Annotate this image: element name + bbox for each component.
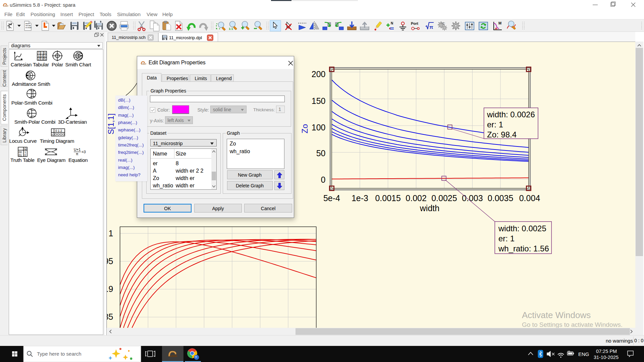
svg-text:M: M: [498, 21, 501, 25]
svg-text:=3: =3: [82, 150, 86, 154]
svg-text:1:1: 1:1: [229, 27, 233, 31]
svg-text:er: 1: er: 1: [487, 120, 503, 129]
svg-text:0.9: 0.9: [107, 284, 113, 294]
svg-text:SO-ON AND: SO-ON AND: [25, 27, 32, 28]
svg-text:01: 01: [19, 154, 22, 157]
svg-text:N: N: [391, 21, 393, 25]
svg-text:er: 1: er: 1: [498, 234, 515, 243]
svg-text:0.85: 0.85: [107, 312, 113, 321]
svg-text:31-10-2025: 31-10-2025: [594, 355, 619, 360]
svg-text:U+1: U+1: [74, 147, 81, 152]
svg-text:1: 1: [109, 229, 113, 238]
svg-text:Activate Windows: Activate Windows: [522, 310, 591, 320]
svg-text:Type here to search: Type here to search: [37, 351, 82, 357]
svg-text:ENGLIS: ENGLIS: [25, 23, 30, 24]
svg-text:0.0025: 0.0025: [431, 193, 457, 203]
svg-text:uSim: uSim: [3, 5, 8, 7]
svg-text:3: 3: [41, 57, 43, 61]
svg-text:i: i: [42, 51, 42, 54]
svg-text:5e-4: 5e-4: [323, 193, 340, 203]
svg-text:S[1,1]: S[1,1]: [107, 113, 115, 134]
svg-text:150: 150: [312, 96, 326, 106]
svg-text:0: 0: [24, 154, 26, 157]
svg-text:0.002: 0.002: [406, 193, 427, 203]
svg-text:0.0035: 0.0035: [488, 193, 513, 203]
svg-text:TEXT AND: TEXT AND: [25, 25, 31, 26]
svg-text:uSim: uSim: [141, 63, 146, 65]
svg-text:50: 50: [316, 148, 326, 158]
svg-text:uSim: uSim: [170, 354, 177, 358]
svg-text:0.95: 0.95: [107, 256, 113, 266]
svg-text:Zo: 98.4: Zo: 98.4: [487, 130, 517, 139]
svg-text:width: width: [420, 203, 439, 213]
svg-text:07:25 PM: 07:25 PM: [596, 349, 617, 354]
svg-text:wh_ratio: 1.56: wh_ratio: 1.56: [498, 244, 549, 253]
svg-text:c: c: [52, 133, 54, 136]
svg-text:0.003: 0.003: [462, 193, 483, 203]
svg-text:0 1 2: 0 1 2: [55, 129, 62, 132]
svg-text:width: 0.0025: width: 0.0025: [498, 224, 546, 233]
svg-text:π: π: [429, 24, 433, 30]
svg-text:Q: Q: [24, 147, 27, 150]
svg-text:DC: DC: [441, 22, 445, 25]
svg-text:π: π: [76, 152, 78, 156]
svg-text:100: 100: [312, 123, 326, 132]
svg-text:200: 200: [312, 69, 326, 79]
svg-text:ENG: ENG: [578, 351, 589, 357]
svg-text:1e-3: 1e-3: [352, 193, 368, 203]
svg-text:2: 2: [38, 57, 40, 61]
svg-text:0: 0: [321, 175, 326, 184]
svg-text:Zo: Zo: [300, 124, 309, 133]
svg-text:u: u: [44, 51, 46, 54]
svg-text:Port: Port: [411, 21, 418, 25]
svg-text:Go to Settings to activate Win: Go to Settings to activate Windows.: [522, 321, 623, 328]
svg-text:0.004: 0.004: [519, 193, 540, 203]
svg-text:width: 0.0026: width: 0.0026: [487, 110, 535, 119]
svg-text:5: 5: [44, 57, 46, 61]
svg-text:0.0015: 0.0015: [375, 193, 400, 203]
